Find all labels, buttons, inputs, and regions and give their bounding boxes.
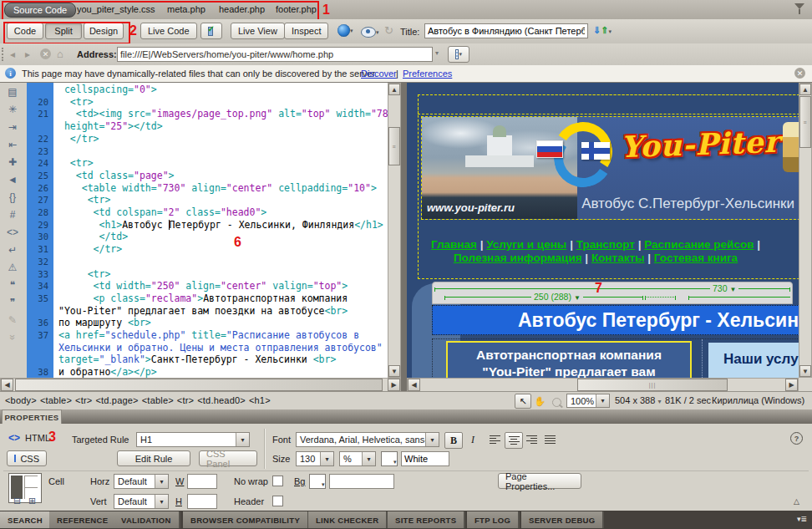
cell-height-input[interactable] (187, 494, 217, 509)
code-editor[interactable]: cellspacing="0">20 <tr>21 <td><img src="… (27, 83, 361, 379)
code-line[interactable]: 37<a href="schedule.php" title="Расписан… (27, 329, 361, 342)
live-view-button[interactable]: Live View (231, 23, 285, 39)
hand-tool-icon[interactable]: ✋ (531, 394, 548, 409)
inspect-button[interactable]: Inspect (284, 23, 328, 39)
results-tab-search[interactable]: SEARCH (0, 511, 52, 528)
toolbar-grip[interactable] (2, 48, 7, 61)
results-tab-reference[interactable]: REFERENCE (49, 511, 117, 528)
page-heading-bar[interactable]: Автобус Петербург - Хельсинки (432, 305, 799, 335)
design-vertical-scrollbar[interactable]: ▲ ≡ ▼ (799, 83, 812, 378)
word-wrap-icon[interactable]: ↵ (0, 241, 25, 258)
vert-select[interactable]: Default▾ (114, 494, 169, 509)
title-input[interactable] (424, 23, 588, 38)
code-line[interactable]: 24 <tr> (27, 157, 361, 170)
site-banner[interactable]: You-Piter Автобус С.Петербург-Хельсинки … (421, 116, 799, 220)
text-color-input[interactable] (401, 451, 449, 466)
css-panel-button[interactable]: CSS Panel (199, 450, 257, 466)
horz-select[interactable]: Default▾ (114, 474, 169, 489)
results-tab-server-debug[interactable]: SERVER DEBUG (521, 511, 604, 528)
preview-in-browser-icon[interactable]: ▾ (337, 24, 353, 37)
code-horizontal-scrollbar[interactable]: ◀ ▶ (0, 378, 401, 392)
help-icon[interactable]: ? (790, 432, 803, 445)
select-tool-icon[interactable]: ↖ (515, 394, 531, 409)
merge-cells-icon[interactable]: ⊟ (13, 496, 21, 506)
html-mode-button[interactable]: <> HTML (8, 432, 50, 444)
open-documents-icon[interactable]: ▤ (0, 83, 25, 100)
code-line[interactable]: 20 <tr> (27, 96, 361, 109)
code-line[interactable]: height="25"></td> (27, 120, 361, 133)
promo-cell[interactable]: Автотранспортная компания "You-Piter" пр… (446, 341, 692, 378)
code-line[interactable]: target="_blank">Санкт-Петербург - Хельси… (27, 354, 361, 366)
targeted-rule-select[interactable]: H1▾ (136, 432, 250, 447)
tag-tr2[interactable]: <tr> (177, 395, 194, 405)
tag-table2[interactable]: <table> (142, 395, 174, 405)
select-parent-tag-icon[interactable]: ◄ (0, 170, 25, 188)
apply-comment-icon[interactable]: ❝ (0, 276, 25, 293)
code-line[interactable]: 35 <p class="reclama">Автотранспортная к… (27, 292, 361, 305)
font-select[interactable]: Verdana, Arial, Helvetica, sans-serif▾ (296, 432, 439, 447)
address-dropdown-icon[interactable]: ▾ (435, 49, 439, 57)
filter-icon[interactable] (794, 3, 805, 15)
code-line[interactable]: 31 </tr> (27, 243, 361, 256)
column-width-menu[interactable]: 250 (288) ▼ (531, 292, 583, 302)
expand-all-icon[interactable]: ✚ (0, 153, 25, 170)
home-icon[interactable]: ⌂ (57, 48, 63, 60)
collapse-full-tag-icon[interactable]: ⇥ (0, 118, 25, 135)
code-vertical-scrollbar[interactable]: ▲ ≡ ▼ (388, 83, 401, 378)
size-unit-select[interactable]: %▾ (339, 451, 376, 466)
balance-braces-icon[interactable]: {} (0, 188, 25, 206)
collapse-selection-icon[interactable]: ⇤ (0, 135, 25, 153)
css-mode-button[interactable]: CSS (7, 450, 47, 466)
code-line[interactable]: 27 <tr> (27, 194, 361, 206)
code-line[interactable]: 26 <table width="730" align="center" cel… (27, 182, 361, 195)
code-line[interactable]: 23 (27, 145, 361, 158)
close-info-bar-icon[interactable]: ✕ (794, 68, 805, 79)
nav-link-6[interactable]: Контакты (591, 252, 645, 264)
align-right-button[interactable] (523, 432, 540, 447)
cell-width-input[interactable] (187, 474, 217, 489)
size-select[interactable]: 130▾ (296, 451, 334, 466)
discover-link[interactable]: Discover (361, 69, 397, 79)
results-tab-browser-compatibility[interactable]: BROWSER COMPATIBILITY (183, 511, 309, 528)
window-size-value[interactable]: 504 x 388 ▾ (615, 395, 661, 405)
page-properties-button[interactable]: Page Properties... (498, 473, 581, 489)
services-cell[interactable]: Наши услуги (708, 343, 799, 378)
code-line[interactable]: 21 <td><img src="images/page_top.png" al… (27, 108, 361, 120)
nav-link-5[interactable]: Полезная информация (454, 252, 582, 264)
results-panel-menu-icon[interactable]: ▾≣ (797, 515, 807, 523)
table-width-menu[interactable]: 730 ▼ (710, 283, 738, 293)
highlight-invalid-code-icon[interactable]: <> (0, 223, 25, 241)
tag-td-page[interactable]: <td.page> (95, 395, 138, 405)
code-line[interactable]: 32 (27, 256, 361, 268)
design-horizontal-scrollbar[interactable]: ◀ ||| ▶ (407, 378, 799, 392)
header-checkbox[interactable] (272, 496, 283, 506)
live-code-button[interactable]: Live Code (140, 23, 197, 39)
check-page-icon[interactable]: ✓ (200, 23, 222, 39)
show-more-icon[interactable]: » (4, 325, 22, 350)
bg-color-input[interactable] (329, 474, 394, 489)
pane-splitter[interactable] (401, 83, 407, 392)
file-management-icon[interactable]: ⇓⇑▾ (593, 25, 612, 36)
code-line[interactable]: 30 </td> (27, 231, 361, 243)
code-line[interactable]: 38и обратно</a></p> (27, 366, 361, 379)
code-line[interactable]: 36по маршруту <br> (27, 317, 361, 329)
nowrap-checkbox[interactable] (272, 476, 283, 486)
address-input[interactable] (117, 47, 433, 62)
code-line[interactable]: "You-Piter" предлагает вам поездки на ав… (27, 305, 361, 318)
results-tab-validation[interactable]: VALIDATION (114, 511, 180, 528)
nav-link-2[interactable]: Услуги и цены (486, 238, 566, 251)
code-line[interactable]: 29 <h1>Автобус Петербург - Хельсинки, Фи… (27, 219, 361, 231)
tag-td-head0[interactable]: <td.head0> (197, 395, 246, 405)
bg-color-dropdown-icon[interactable]: ▾ (322, 481, 325, 488)
italic-button[interactable]: I (464, 432, 481, 447)
bold-button[interactable]: B (444, 432, 463, 449)
justify-button[interactable] (541, 432, 558, 447)
code-line[interactable]: 25 <td class="page"> (27, 170, 361, 182)
tag-body[interactable]: <body> (5, 395, 37, 405)
code-line[interactable]: cellspacing="0"> (27, 84, 361, 96)
results-tab-link-checker[interactable]: LINK CHECKER (308, 511, 388, 528)
design-view[interactable]: You-Piter Автобус С.Петербург-Хельсинки … (407, 83, 799, 378)
stop-icon[interactable]: ✕ (40, 48, 51, 59)
results-tab-ftp-log[interactable]: FTP LOG (467, 511, 520, 528)
split-cell-icon[interactable]: ⊞ (28, 496, 36, 506)
